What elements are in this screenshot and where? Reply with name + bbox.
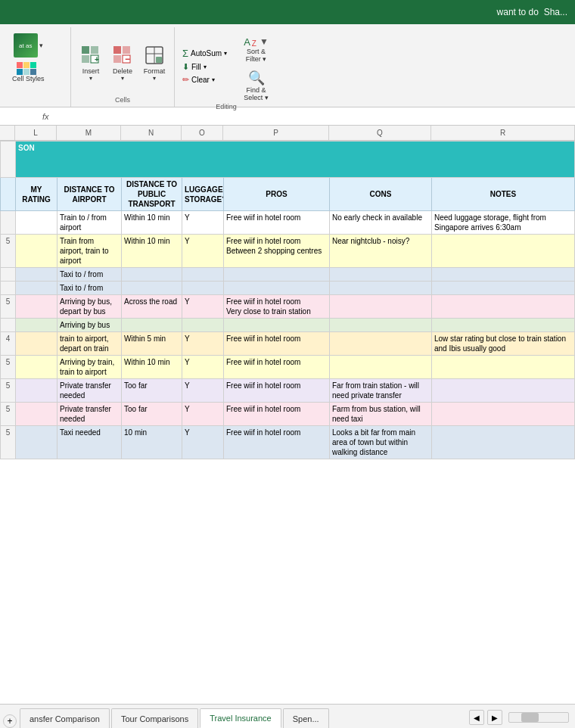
table-row: Taxi to / from: [1, 268, 575, 282]
clear-label: Clear: [191, 76, 210, 84]
tab-transfer-comparison[interactable]: ansfer Comparison: [20, 708, 110, 728]
svg-rect-0: [82, 46, 89, 54]
header-notes: NOTES: [432, 178, 575, 211]
svg-rect-6: [123, 46, 130, 54]
spreadsheet-table: SON MY RATING DISTANCE TO AIRPORT DISTAN…: [0, 141, 575, 459]
row-num-teal: [1, 142, 16, 178]
sort-filter-label: Sort &Filter ▾: [246, 48, 267, 63]
format-icon: [142, 43, 166, 67]
share-button[interactable]: Sha...: [544, 7, 567, 17]
col-headers: L M N O P Q R: [0, 126, 575, 141]
format-as-button[interactable]: at as ▾: [11, 32, 46, 59]
table-row: 4 train to airport, depart on train With…: [1, 332, 575, 356]
sort-filter-button[interactable]: A Z ▼ Sort &Filter ▾: [239, 30, 273, 68]
header-pros: PROS: [224, 178, 330, 211]
fx-label: fx: [42, 112, 49, 121]
scroll-thumb: [521, 713, 539, 722]
teal-header-row: SON: [1, 142, 575, 178]
autosum-label: AutoSum: [191, 49, 222, 58]
title-text: want to do: [497, 7, 539, 17]
tab-tour-comparisons[interactable]: Tour Comparisons: [111, 708, 198, 728]
svg-rect-7: [113, 55, 121, 63]
format-as-icon: at as: [19, 42, 32, 49]
header-distance-public: DISTANCE TO PUBLIC TRANSPORT: [122, 178, 182, 211]
table-row: 5 Train from airport, train to airport W…: [1, 235, 575, 268]
svg-rect-1: [91, 46, 98, 54]
sheet-container: L M N O P Q R SON MY RATING DISTANCE TO …: [0, 126, 575, 704]
insert-icon: +: [79, 43, 103, 67]
svg-text:+: +: [95, 55, 99, 64]
editing-col-left: Σ AutoSum ▾ ⬇ Fill ▾ ✏ Clear ▾: [179, 47, 230, 86]
editing-col-right: A Z ▼ Sort &Filter ▾ 🔍 Find &Select ▾: [239, 30, 273, 101]
find-select-icon: 🔍: [248, 70, 265, 86]
teal-header-cell: SON: [16, 142, 575, 178]
formula-bar: fx: [0, 107, 575, 126]
col-n: N: [121, 126, 182, 140]
col-q: Q: [329, 126, 431, 140]
header-my-rating: MY RATING: [16, 178, 58, 211]
col-m: M: [57, 126, 121, 140]
ribbon: at as ▾ Cell Styles: [0, 24, 575, 107]
svg-rect-13: [156, 57, 162, 63]
insert-button[interactable]: + Insert ▾: [76, 42, 106, 83]
header-luggage: LUGGAGE STORAGE?: [182, 178, 224, 211]
table-row: 5 Arriving by train, train to airport Wi…: [1, 356, 575, 379]
table-row: Taxi to / from: [1, 282, 575, 295]
delete-label: Delete: [113, 67, 132, 75]
format-button[interactable]: Format ▾: [139, 42, 169, 83]
tab-controls: ◀ ▶: [469, 710, 572, 728]
autosum-button[interactable]: Σ AutoSum ▾: [179, 47, 230, 60]
format-label: Format: [144, 67, 166, 75]
sigma-icon: Σ: [182, 48, 188, 59]
tab-scroll-right[interactable]: ▶: [487, 710, 502, 725]
styles-group: at as ▾ Cell Styles: [3, 27, 71, 107]
table-row: 5 Taxi needed 10 min Y Free wiif in hote…: [1, 426, 575, 459]
tab-travel-insurance[interactable]: Travel Insurance: [200, 708, 281, 728]
sort-filter-icon: A Z ▼: [244, 36, 269, 48]
tab-add-button[interactable]: +: [3, 714, 17, 728]
col-r: R: [431, 126, 575, 140]
editing-buttons: Σ AutoSum ▾ ⬇ Fill ▾ ✏ Clear ▾: [179, 30, 273, 101]
svg-rect-5: [113, 46, 121, 54]
table-row: 5 Arriving by bus, depart by bus Across …: [1, 295, 575, 319]
delete-icon: −: [110, 43, 135, 67]
find-select-label: Find &Select ▾: [244, 86, 269, 101]
eraser-icon: ✏: [182, 75, 189, 85]
table-row: Arriving by bus: [1, 319, 575, 332]
fill-icon: ⬇: [182, 62, 189, 72]
insert-label: Insert: [82, 67, 100, 75]
tab-scroll-left[interactable]: ◀: [469, 710, 484, 725]
col-p: P: [223, 126, 329, 140]
cells-group-label: Cells: [76, 95, 169, 104]
tab-bar: + ansfer Comparison Tour Comparisons Tra…: [0, 704, 575, 728]
fill-button[interactable]: ⬇ Fill ▾: [179, 61, 230, 73]
editing-group-label: Editing: [179, 101, 273, 110]
table-row: 5 Private transfer needed Too far Y Free…: [1, 403, 575, 426]
fill-label: Fill: [191, 63, 201, 71]
horizontal-scrollbar[interactable]: [508, 712, 569, 723]
cells-group: + Insert ▾ − Delete ▾: [71, 27, 175, 107]
table-row: Train to / from airport Within 10 min Y …: [1, 211, 575, 235]
svg-rect-2: [82, 55, 89, 63]
header-distance-airport: DISTANCE TO AIRPORT: [58, 178, 122, 211]
column-header-row: MY RATING DISTANCE TO AIRPORT DISTANCE T…: [1, 178, 575, 211]
table-row: 5 Private transfer needed Too far Y Free…: [1, 379, 575, 403]
clear-button[interactable]: ✏ Clear ▾: [179, 74, 230, 86]
col-o: O: [182, 126, 223, 140]
find-select-button[interactable]: 🔍 Find &Select ▾: [239, 70, 273, 101]
editing-group: Σ AutoSum ▾ ⬇ Fill ▾ ✏ Clear ▾: [175, 27, 278, 107]
cells-buttons: + Insert ▾ − Delete ▾: [76, 30, 169, 95]
title-bar: want to do Sha...: [0, 0, 575, 24]
delete-button[interactable]: − Delete ▾: [107, 42, 138, 83]
cell-styles-button[interactable]: Cell Styles: [9, 61, 48, 84]
svg-text:−: −: [125, 54, 130, 64]
col-l: L: [15, 126, 57, 140]
tab-spending[interactable]: Spen...: [283, 708, 329, 728]
header-cons: CONS: [330, 178, 432, 211]
